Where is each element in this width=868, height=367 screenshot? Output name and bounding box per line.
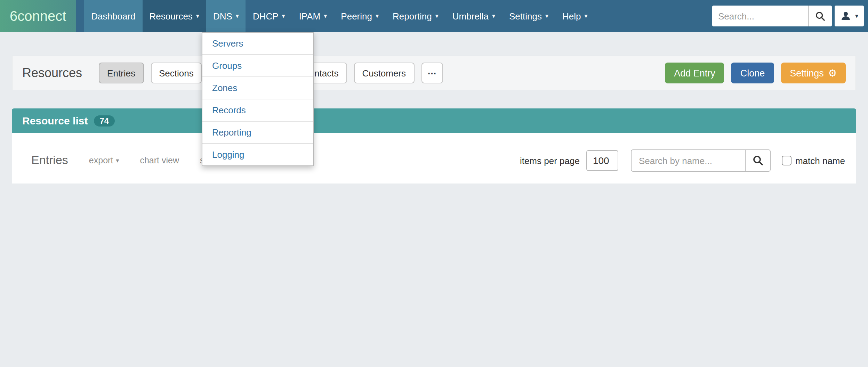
top-navbar: 6connect Dashboard Resources ▾ DNS ▾ DHC…	[0, 0, 868, 32]
settings-button[interactable]: Settings ⚙	[781, 63, 846, 83]
caret-down-icon: ▾	[584, 13, 587, 19]
page-actions: Add Entry Clone Settings ⚙	[665, 63, 846, 83]
caret-down-icon: ▾	[116, 157, 119, 164]
add-entry-button[interactable]: Add Entry	[665, 63, 724, 83]
nav-label: Settings	[509, 11, 542, 21]
resources-header-strip: Resources Entries Sections Contacts Cust…	[12, 56, 856, 90]
user-menu-button[interactable]: ▾	[835, 6, 864, 26]
dns-menu-item-groups[interactable]: Groups	[202, 55, 313, 77]
match-name-checkbox[interactable]	[782, 156, 792, 165]
dns-dropdown-menu: Servers Groups Zones Records Reporting L…	[202, 32, 314, 166]
nav-item-settings[interactable]: Settings ▾	[502, 0, 555, 32]
app: 6connect Dashboard Resources ▾ DNS ▾ DHC…	[0, 0, 868, 184]
user-icon	[841, 10, 852, 22]
caret-down-icon: ▾	[492, 13, 495, 19]
nav-item-help[interactable]: Help ▾	[555, 0, 595, 32]
dns-menu-item-logging[interactable]: Logging	[202, 144, 313, 165]
settings-label: Settings	[790, 68, 824, 78]
dns-menu-item-reporting[interactable]: Reporting	[202, 122, 313, 144]
search-by-name-button[interactable]	[746, 149, 771, 172]
search-icon	[753, 155, 764, 166]
caret-down-icon: ▾	[196, 13, 199, 19]
nav-label: DHCP	[253, 11, 279, 21]
entries-toolbar: Entries export ▾ chart view show filters…	[31, 149, 845, 172]
tab-customers[interactable]: Customers	[354, 63, 414, 83]
dns-menu-item-servers[interactable]: Servers	[202, 33, 313, 55]
nav-label: DNS	[213, 11, 232, 21]
nav-item-ipam[interactable]: IPAM ▾	[292, 0, 334, 32]
tab-entries[interactable]: Entries	[99, 63, 144, 83]
nav-item-umbrella[interactable]: Umbrella ▾	[445, 0, 502, 32]
gear-icon: ⚙	[828, 67, 837, 79]
toolbar-right: items per page match name	[520, 149, 845, 172]
name-search	[631, 149, 771, 172]
global-search	[713, 6, 832, 26]
nav-label: Resources	[150, 11, 193, 21]
nav-label: IPAM	[299, 11, 321, 21]
caret-down-icon: ▾	[236, 13, 239, 19]
search-by-name-input[interactable]	[631, 149, 746, 172]
items-per-page-input[interactable]	[587, 150, 619, 171]
main-menu: Dashboard Resources ▾ DNS ▾ DHCP ▾ IPAM …	[84, 0, 594, 32]
panel-title: Resource list	[22, 115, 88, 127]
resource-list-header: Resource list 74	[12, 108, 856, 133]
resource-list-card: Entries export ▾ chart view show filters…	[12, 133, 856, 184]
resource-count-badge: 74	[94, 115, 114, 126]
match-name-label: match name	[795, 155, 845, 166]
chart-view-link[interactable]: chart view	[140, 156, 179, 165]
global-search-button[interactable]	[809, 6, 832, 26]
nav-item-dhcp[interactable]: DHCP ▾	[246, 0, 292, 32]
nav-label: Peering	[341, 11, 372, 21]
export-label: export	[89, 156, 113, 165]
tab-sections[interactable]: Sections	[151, 63, 202, 83]
nav-item-reporting[interactable]: Reporting ▾	[386, 0, 445, 32]
match-name-control: match name	[782, 155, 845, 166]
export-menu[interactable]: export ▾	[89, 156, 119, 165]
nav-label: Reporting	[393, 11, 432, 21]
clone-button[interactable]: Clone	[731, 63, 774, 83]
page-content: Resources Entries Sections Contacts Cust…	[0, 56, 868, 184]
caret-down-icon: ▾	[324, 13, 327, 19]
logo[interactable]: 6connect	[0, 0, 76, 32]
caret-down-icon: ▾	[282, 13, 285, 19]
items-per-page-label: items per page	[520, 155, 580, 166]
caret-down-icon: ▾	[545, 13, 548, 19]
nav-label: Dashboard	[91, 11, 135, 21]
search-icon	[815, 11, 826, 21]
nav-label: Umbrella	[452, 11, 489, 21]
nav-item-peering[interactable]: Peering ▾	[334, 0, 386, 32]
nav-item-dashboard[interactable]: Dashboard	[84, 0, 142, 32]
global-search-input[interactable]	[713, 6, 809, 26]
caret-down-icon: ▾	[855, 13, 858, 19]
navbar-right: ▾	[713, 0, 868, 32]
nav-item-resources[interactable]: Resources ▾	[143, 0, 206, 32]
dns-menu-item-zones[interactable]: Zones	[202, 77, 313, 99]
caret-down-icon: ▾	[435, 13, 439, 19]
dns-menu-item-records[interactable]: Records	[202, 99, 313, 122]
nav-item-dns[interactable]: DNS ▾	[206, 0, 246, 32]
page-title: Resources	[22, 66, 82, 80]
tab-more[interactable]: ⋯	[421, 63, 443, 83]
nav-label: Help	[562, 11, 581, 21]
caret-down-icon: ▾	[376, 13, 379, 19]
entries-title: Entries	[31, 154, 68, 168]
